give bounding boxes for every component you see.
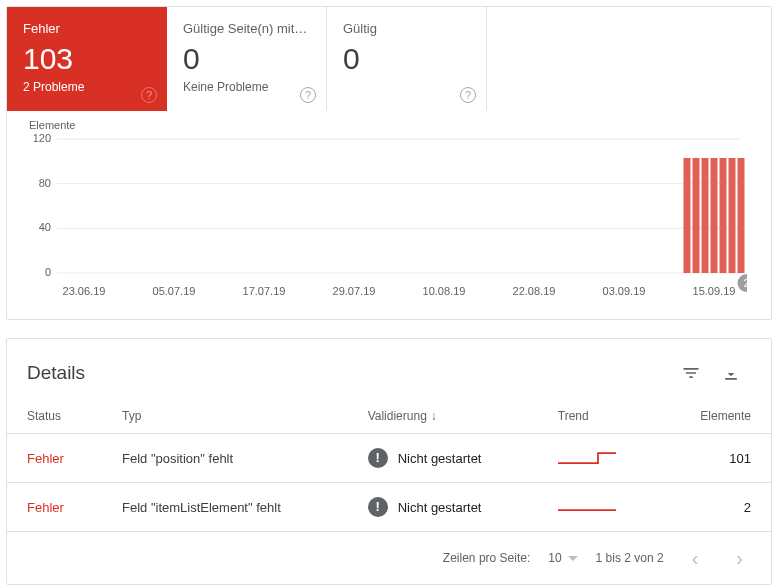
tile-warning-label: Gültige Seite(n) mit … xyxy=(183,21,310,36)
svg-text:10.08.19: 10.08.19 xyxy=(423,285,466,297)
svg-text:23.06.19: 23.06.19 xyxy=(63,285,106,297)
tile-error-sub: 2 Probleme xyxy=(23,80,151,94)
details-header: Details xyxy=(7,339,771,399)
tile-warning-sub: Keine Probleme xyxy=(183,80,310,94)
cell-status: Fehler xyxy=(7,434,102,483)
download-icon[interactable] xyxy=(711,353,751,393)
help-icon[interactable]: ? xyxy=(460,87,476,103)
tile-valid-with-warnings[interactable]: Gültige Seite(n) mit … 0 Keine Probleme … xyxy=(167,7,327,111)
col-elemente[interactable]: Elemente xyxy=(659,399,771,434)
help-icon[interactable]: ? xyxy=(300,87,316,103)
svg-rect-20 xyxy=(720,158,727,273)
filter-icon[interactable] xyxy=(671,353,711,393)
svg-text:2: 2 xyxy=(743,277,747,289)
svg-text:05.07.19: 05.07.19 xyxy=(153,285,196,297)
tile-error-value: 103 xyxy=(23,42,151,76)
details-title: Details xyxy=(27,362,671,384)
dropdown-icon xyxy=(568,556,578,561)
sort-down-icon: ↓ xyxy=(431,409,437,423)
table-row[interactable]: FehlerFeld "position" fehlt!Nicht gestar… xyxy=(7,434,771,483)
svg-text:0: 0 xyxy=(45,266,51,278)
svg-text:22.08.19: 22.08.19 xyxy=(513,285,556,297)
chart-area: Elemente 0408012023.06.1905.07.1917.07.1… xyxy=(7,111,771,319)
svg-rect-17 xyxy=(693,158,700,273)
svg-text:40: 40 xyxy=(39,221,51,233)
tile-valid[interactable]: Gültig 0 ? xyxy=(327,7,487,111)
chart-y-label: Elemente xyxy=(29,119,751,131)
cell-elements: 101 xyxy=(659,434,771,483)
col-status[interactable]: Status xyxy=(7,399,102,434)
table-pager: Zeilen pro Seite: 10 1 bis 2 von 2 ‹ › xyxy=(7,532,771,584)
warning-icon: ! xyxy=(368,448,388,468)
details-table: Status Typ Validierung↓ Trend Elemente F… xyxy=(7,399,771,532)
cell-validation: !Nicht gestartet xyxy=(348,483,538,532)
rows-per-page-select[interactable]: 10 xyxy=(548,551,577,565)
details-card: Details Status Typ Validierung↓ Trend El… xyxy=(6,338,772,585)
prev-page-button[interactable]: ‹ xyxy=(682,542,709,574)
col-validierung[interactable]: Validierung↓ xyxy=(348,399,538,434)
rows-per-page-label: Zeilen pro Seite: xyxy=(443,551,530,565)
cell-typ: Feld "position" fehlt xyxy=(102,434,348,483)
cell-status: Fehler xyxy=(7,483,102,532)
cell-trend xyxy=(538,434,659,483)
svg-text:17.07.19: 17.07.19 xyxy=(243,285,286,297)
tile-error-label: Fehler xyxy=(23,21,151,36)
cell-validation: !Nicht gestartet xyxy=(348,434,538,483)
status-tiles: Fehler 103 2 Probleme ? Gültige Seite(n)… xyxy=(7,7,771,111)
summary-card: Fehler 103 2 Probleme ? Gültige Seite(n)… xyxy=(6,6,772,320)
col-trend[interactable]: Trend xyxy=(538,399,659,434)
tile-warning-value: 0 xyxy=(183,42,310,76)
svg-rect-18 xyxy=(702,158,709,273)
svg-rect-19 xyxy=(711,158,718,273)
svg-text:80: 80 xyxy=(39,177,51,189)
tile-error[interactable]: Fehler 103 2 Probleme ? xyxy=(7,7,167,111)
next-page-button[interactable]: › xyxy=(726,542,753,574)
table-row[interactable]: FehlerFeld "itemListElement" fehlt!Nicht… xyxy=(7,483,771,532)
svg-text:15.09.19: 15.09.19 xyxy=(693,285,736,297)
svg-text:03.09.19: 03.09.19 xyxy=(603,285,646,297)
cell-elements: 2 xyxy=(659,483,771,532)
col-typ[interactable]: Typ xyxy=(102,399,348,434)
warning-icon: ! xyxy=(368,497,388,517)
cell-typ: Feld "itemListElement" fehlt xyxy=(102,483,348,532)
svg-text:120: 120 xyxy=(33,133,51,144)
svg-text:29.07.19: 29.07.19 xyxy=(333,285,376,297)
page-range: 1 bis 2 von 2 xyxy=(596,551,664,565)
svg-rect-16 xyxy=(684,158,691,273)
svg-rect-21 xyxy=(729,158,736,273)
elements-chart: 0408012023.06.1905.07.1917.07.1929.07.19… xyxy=(27,133,747,303)
tile-valid-label: Gültig xyxy=(343,21,470,36)
help-icon[interactable]: ? xyxy=(141,87,157,103)
svg-rect-22 xyxy=(738,158,745,273)
cell-trend xyxy=(538,483,659,532)
tile-valid-value: 0 xyxy=(343,42,470,76)
